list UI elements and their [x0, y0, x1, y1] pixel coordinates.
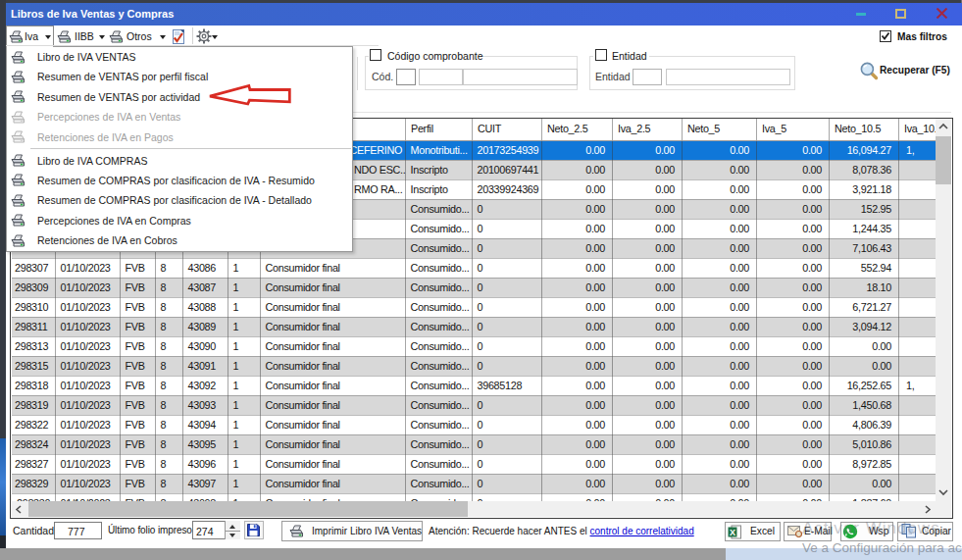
- svg-text:X: X: [730, 527, 735, 536]
